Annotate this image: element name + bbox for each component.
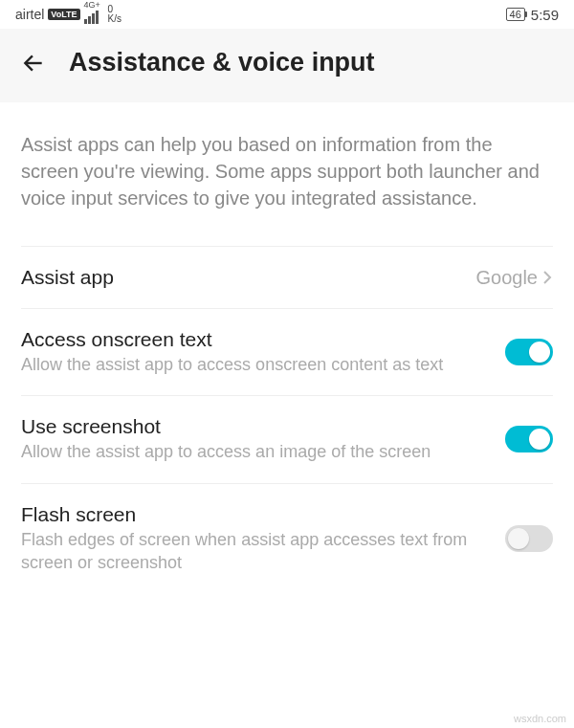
- clock: 5:59: [531, 7, 559, 23]
- assist-app-row[interactable]: Assist app Google: [0, 247, 574, 308]
- battery-icon: 46: [506, 8, 525, 21]
- data-rate: 0 K/s: [108, 5, 121, 24]
- status-right: 46 5:59: [506, 7, 559, 23]
- page-title: Assistance & voice input: [69, 48, 375, 77]
- carrier-label: airtel: [15, 7, 44, 22]
- content: Assist apps can help you based on inform…: [0, 102, 574, 593]
- use-screenshot-toggle[interactable]: [505, 426, 553, 452]
- status-left: airtel VoLTE 4G+ 0 K/s: [15, 5, 121, 24]
- use-screenshot-row[interactable]: Use screenshot Allow the assist app to a…: [0, 396, 574, 482]
- access-text-toggle[interactable]: [505, 339, 553, 365]
- signal-icon: 4G+: [84, 5, 99, 24]
- watermark: wsxdn.com: [514, 713, 566, 724]
- flash-screen-row[interactable]: Flash screen Flash edges of screen when …: [0, 484, 574, 594]
- flash-screen-toggle[interactable]: [505, 525, 553, 552]
- use-screenshot-label: Use screenshot: [21, 415, 505, 438]
- assist-app-label: Assist app: [21, 266, 476, 289]
- access-text-label: Access onscreen text: [21, 328, 505, 351]
- use-screenshot-sub: Allow the assist app to access an image …: [21, 440, 505, 463]
- back-arrow-icon[interactable]: [21, 51, 46, 76]
- status-bar: airtel VoLTE 4G+ 0 K/s 46 5:59: [0, 0, 574, 29]
- access-text-row[interactable]: Access onscreen text Allow the assist ap…: [0, 309, 574, 395]
- chevron-right-icon: [541, 269, 553, 286]
- assist-app-value: Google: [476, 267, 539, 289]
- volte-badge: VoLTE: [48, 9, 79, 20]
- description-text: Assist apps can help you based on inform…: [0, 102, 574, 246]
- access-text-sub: Allow the assist app to access onscreen …: [21, 353, 505, 376]
- app-header: Assistance & voice input: [0, 29, 574, 102]
- flash-screen-label: Flash screen: [21, 503, 505, 526]
- flash-screen-sub: Flash edges of screen when assist app ac…: [21, 528, 505, 575]
